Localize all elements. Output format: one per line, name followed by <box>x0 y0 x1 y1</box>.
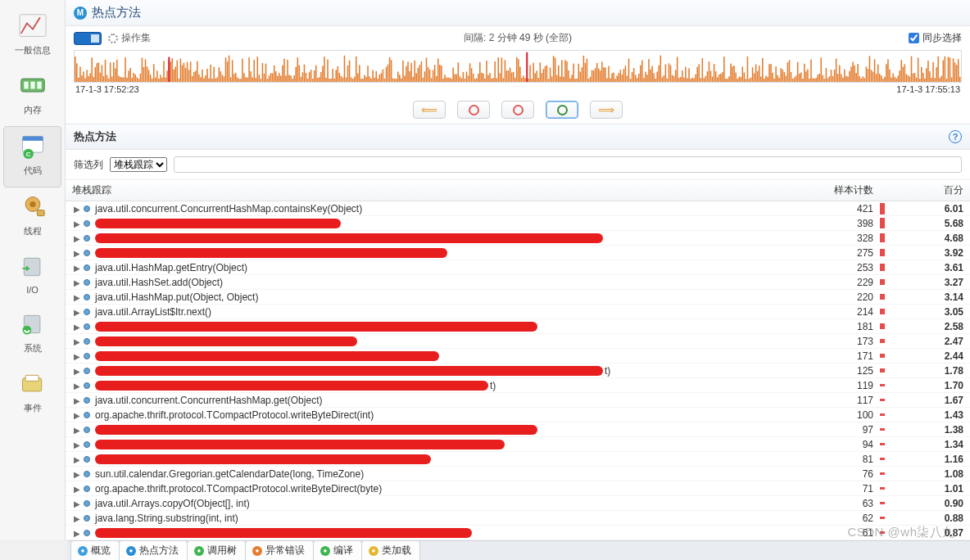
expand-icon[interactable]: ▶ <box>74 485 80 494</box>
tab-概览[interactable]: ●概览 <box>70 540 120 560</box>
svg-rect-283 <box>519 66 521 82</box>
table-row[interactable]: ▶811.16 <box>66 452 970 467</box>
table-row[interactable]: ▶610.87 <box>66 526 970 540</box>
table-row[interactable]: ▶941.34 <box>66 437 970 452</box>
nav-code[interactable]: C代码 <box>3 126 61 187</box>
expand-icon[interactable]: ▶ <box>74 440 80 449</box>
expand-icon[interactable]: ▶ <box>74 455 80 464</box>
svg-rect-538 <box>946 79 948 82</box>
table-row[interactable]: ▶org.apache.thrift.protocol.TCompactProt… <box>66 481 970 496</box>
methods-table-scroll[interactable]: 堆栈跟踪 样本计数 百分 ▶java.util.concurrent.Concu… <box>66 180 970 540</box>
table-row[interactable]: ▶java.util.ArrayList$Itr.next()2143.05 <box>66 305 970 319</box>
svg-rect-51 <box>131 78 133 82</box>
table-row[interactable]: ▶1812.58 <box>66 319 970 334</box>
filter-column-select[interactable]: 堆栈跟踪 <box>110 157 167 172</box>
table-row[interactable]: ▶sun.util.calendar.Gregorian.getCalendar… <box>66 467 970 481</box>
expand-icon[interactable]: ▶ <box>74 382 80 391</box>
table-row[interactable]: ▶java.util.Arrays.copyOf(Object[], int)6… <box>66 496 970 511</box>
svg-rect-386 <box>691 78 693 82</box>
svg-rect-216 <box>407 61 409 82</box>
nav-threads[interactable]: 线程 <box>0 187 65 247</box>
help-icon[interactable]: ? <box>949 130 962 143</box>
col-trace[interactable]: 堆栈跟踪 <box>66 180 765 201</box>
svg-rect-357 <box>643 78 645 82</box>
svg-rect-88 <box>193 72 195 82</box>
expand-icon[interactable]: ▶ <box>74 249 80 258</box>
zoom-mode-1[interactable] <box>457 101 490 119</box>
table-row[interactable]: ▶2753.92 <box>66 246 970 260</box>
expand-icon[interactable]: ▶ <box>74 293 80 302</box>
expand-icon[interactable]: ▶ <box>74 234 80 243</box>
expand-icon[interactable]: ▶ <box>74 367 80 376</box>
svg-rect-24 <box>86 70 88 82</box>
expand-icon[interactable]: ▶ <box>74 529 80 538</box>
svg-rect-109 <box>229 56 230 82</box>
nav-ram[interactable]: 内存 <box>0 66 65 126</box>
nav-system[interactable]: 系统 <box>0 305 65 364</box>
expand-icon[interactable]: ▶ <box>74 352 80 361</box>
expand-icon[interactable]: ▶ <box>74 219 80 228</box>
table-row[interactable]: ▶t)1191.70 <box>66 378 970 393</box>
expand-icon[interactable]: ▶ <box>74 278 80 287</box>
percent: 1.38 <box>896 422 970 437</box>
tab-异常错误[interactable]: ●异常错误 <box>245 540 314 560</box>
svg-rect-200 <box>381 73 383 82</box>
svg-rect-351 <box>633 68 635 82</box>
method-icon <box>84 294 90 300</box>
table-row[interactable]: ▶java.util.HashSet.add(Object)2293.27 <box>66 275 970 290</box>
table-row[interactable]: ▶java.util.HashMap.getEntry(Object)2533.… <box>66 260 970 275</box>
svg-rect-301 <box>550 68 551 82</box>
tab-热点方法[interactable]: ●热点方法 <box>119 540 188 560</box>
table-row[interactable]: ▶1712.44 <box>66 349 970 364</box>
col-count[interactable]: 样本计数 <box>765 180 880 201</box>
svg-rect-251 <box>466 71 468 82</box>
tab-调用树[interactable]: ●调用树 <box>187 540 246 560</box>
zoom-mode-3[interactable] <box>546 101 578 119</box>
table-row[interactable]: ▶1732.47 <box>66 334 970 349</box>
nav-events[interactable]: 事件 <box>0 364 65 424</box>
table-row[interactable]: ▶org.apache.thrift.protocol.TCompactProt… <box>66 408 970 422</box>
svg-rect-474 <box>839 65 841 82</box>
table-row[interactable]: ▶java.util.concurrent.ConcurrentHashMap.… <box>66 393 970 408</box>
col-percent[interactable]: 百分 <box>896 180 970 201</box>
expand-icon[interactable]: ▶ <box>74 323 80 332</box>
method-icon <box>84 382 90 389</box>
svg-rect-447 <box>794 78 795 82</box>
zoom-mode-2[interactable] <box>501 101 534 119</box>
table-row[interactable]: ▶3284.68 <box>66 231 970 246</box>
svg-rect-317 <box>576 79 578 82</box>
table-row[interactable]: ▶java.lang.String.substring(int, int)620… <box>66 511 970 526</box>
filter-input[interactable] <box>174 156 962 173</box>
svg-rect-265 <box>489 73 491 82</box>
table-row[interactable]: ▶971.38 <box>66 422 970 437</box>
nav-io[interactable]: I/O <box>0 247 65 305</box>
expand-icon[interactable]: ▶ <box>74 514 80 523</box>
svg-rect-196 <box>374 78 375 82</box>
next-button[interactable]: ⟹ <box>590 101 623 119</box>
svg-rect-389 <box>696 67 698 82</box>
svg-rect-453 <box>804 64 805 82</box>
tab-编译[interactable]: ●编译 <box>313 540 362 560</box>
prev-button[interactable]: ⟸ <box>413 101 446 119</box>
percent: 1.01 <box>896 481 970 496</box>
expand-icon[interactable]: ▶ <box>74 337 80 346</box>
svg-rect-138 <box>277 76 279 82</box>
expand-icon[interactable]: ▶ <box>74 499 80 508</box>
expand-icon[interactable]: ▶ <box>74 396 80 405</box>
expand-icon[interactable]: ▶ <box>74 264 80 273</box>
table-row[interactable]: ▶3985.68 <box>66 216 970 231</box>
svg-rect-319 <box>580 71 582 82</box>
expand-icon[interactable]: ▶ <box>74 426 80 435</box>
table-row[interactable]: ▶java.util.concurrent.ConcurrentHashMap.… <box>66 201 970 216</box>
table-row[interactable]: ▶t)1251.78 <box>66 364 970 378</box>
expand-icon[interactable]: ▶ <box>74 470 80 479</box>
table-row[interactable]: ▶java.util.HashMap.put(Object, Object)22… <box>66 290 970 305</box>
nav-chart[interactable]: 一般信息 <box>0 7 65 66</box>
svg-rect-113 <box>235 73 237 82</box>
expand-icon[interactable]: ▶ <box>74 205 80 214</box>
sample-count: 100 <box>765 408 880 422</box>
tab-类加载[interactable]: ●类加载 <box>361 540 420 560</box>
timeline-chart[interactable] <box>74 50 962 83</box>
expand-icon[interactable]: ▶ <box>74 308 80 317</box>
expand-icon[interactable]: ▶ <box>74 411 80 420</box>
